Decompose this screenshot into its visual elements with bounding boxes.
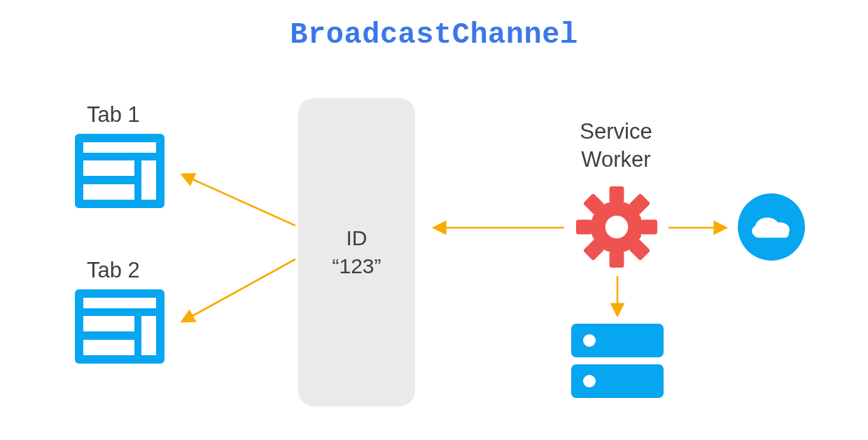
gear-icon <box>576 186 657 270</box>
svg-rect-1 <box>83 142 156 153</box>
service-worker-label: Service Worker <box>546 118 686 174</box>
channel-id-value: “123” <box>332 252 381 281</box>
svg-point-26 <box>583 334 596 347</box>
arrow-channel-to-tab1 <box>183 175 295 226</box>
arrow-channel-to-tab2 <box>183 259 295 321</box>
svg-rect-4 <box>141 160 156 200</box>
cloud-icon <box>738 193 805 263</box>
svg-rect-2 <box>83 160 134 176</box>
broadcast-channel-box: ID “123” <box>298 98 415 406</box>
svg-rect-14 <box>641 220 657 235</box>
svg-rect-3 <box>83 184 134 200</box>
service-worker-label-line2: Worker <box>581 147 650 172</box>
tab-window-icon <box>75 289 164 366</box>
svg-rect-9 <box>141 316 156 355</box>
svg-rect-11 <box>610 186 624 202</box>
svg-point-19 <box>606 216 628 238</box>
tab-window-icon <box>75 134 164 211</box>
svg-rect-24 <box>754 230 789 238</box>
diagram-stage: BroadcastChannel Tab 1 Tab 2 ID “123” Se… <box>0 0 868 440</box>
channel-id-label: ID <box>346 224 368 253</box>
svg-point-28 <box>583 375 596 387</box>
svg-rect-8 <box>83 340 134 355</box>
tab-2-label: Tab 2 <box>87 258 140 283</box>
svg-rect-13 <box>576 220 592 235</box>
storage-server-icon <box>571 324 664 401</box>
svg-rect-12 <box>610 252 624 268</box>
svg-rect-7 <box>83 316 134 331</box>
tab-1-label: Tab 1 <box>87 102 140 128</box>
diagram-title: BroadcastChannel <box>0 18 868 52</box>
svg-rect-6 <box>83 298 156 308</box>
service-worker-label-line1: Service <box>580 119 652 144</box>
